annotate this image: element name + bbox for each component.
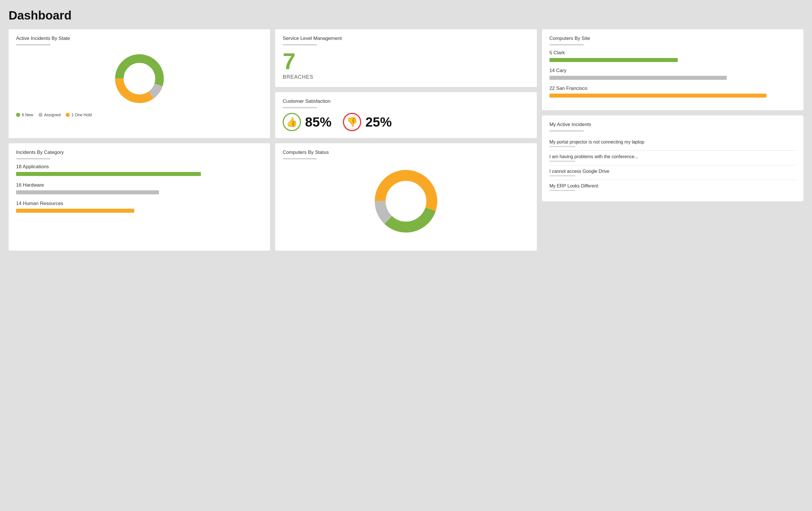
page-title: Dashboard — [9, 9, 803, 22]
legend-assigned: Assigned — [38, 113, 61, 117]
my-active-incidents-card: My Active Incidents My portal projector … — [542, 115, 803, 201]
site-cary-label: 14 Cary — [549, 68, 796, 74]
csat-row: 👍 85% 👎 25% — [283, 113, 529, 131]
site-sf-label: 22 San Francisco — [549, 86, 796, 91]
computers-by-site-underline — [549, 44, 584, 45]
active-incidents-title: Active Incidents By State — [16, 36, 263, 41]
incidents-list: My portal projector is not connecting my… — [549, 136, 796, 194]
site-sf: 22 San Francisco — [549, 86, 796, 97]
incident-3[interactable]: My ERP Looks Different — [549, 180, 796, 194]
computers-by-status-underline — [283, 158, 317, 159]
active-incidents-donut — [16, 50, 263, 107]
computers-by-status-donut — [283, 164, 529, 238]
slm-underline — [283, 44, 317, 45]
incident-1[interactable]: I am having problems with the conference… — [549, 151, 796, 165]
csat-thumbdown-pct: 25% — [365, 114, 392, 130]
csat-title: Customer Satisfaction — [283, 98, 529, 104]
thumbdown-icon: 👎 — [343, 113, 361, 131]
site-cary-bar — [549, 76, 727, 80]
slm-label: BREACHES — [283, 74, 529, 80]
csat-card: Customer Satisfaction 👍 85% 👎 25% — [275, 92, 536, 138]
incident-2[interactable]: I cannot access Google Drive — [549, 165, 796, 180]
right-col: Computers By Site 5 Clark 14 Cary 22 San… — [542, 29, 803, 251]
cat-hardware-bar — [16, 190, 159, 194]
legend-dot-assigned — [38, 113, 42, 117]
cat-hardware-label: 16 Hardware — [16, 182, 263, 188]
site-clark-bar — [549, 58, 678, 62]
slm-title: Service Level Management — [283, 36, 529, 41]
thumbup-icon: 👍 — [283, 113, 301, 131]
cat-hr-label: 14 Human Resources — [16, 201, 263, 206]
computers-by-site-card: Computers By Site 5 Clark 14 Cary 22 San… — [542, 29, 803, 110]
site-clark-label: 5 Clark — [549, 50, 796, 56]
site-list: 5 Clark 14 Cary 22 San Francisco — [549, 50, 796, 97]
csat-underline — [283, 107, 317, 108]
cat-applications: 18 Applications — [16, 164, 263, 176]
cat-applications-label: 18 Applications — [16, 164, 263, 170]
active-incidents-underline — [16, 44, 51, 45]
my-active-incidents-title: My Active Incidents — [549, 122, 796, 127]
csat-thumbup: 👍 85% — [283, 113, 331, 131]
active-incidents-card: Active Incidents By State 6 New Assigned — [9, 29, 270, 138]
computers-by-status-title: Computers By Status — [283, 149, 529, 155]
incident-0[interactable]: My portal projector is not connecting my… — [549, 136, 796, 151]
cat-hardware: 16 Hardware — [16, 182, 263, 194]
legend-new: 6 New — [16, 113, 33, 117]
legend-dot-on-hold — [66, 113, 70, 117]
middle-top-col: Service Level Management 7 BREACHES Cust… — [275, 29, 536, 138]
site-clark: 5 Clark — [549, 50, 796, 62]
computers-by-status-card: Computers By Status — [275, 143, 536, 251]
incidents-by-category-card: Incidents By Category 18 Applications 16… — [9, 143, 270, 251]
csat-thumbup-pct: 85% — [305, 114, 331, 130]
active-incidents-legend: 6 New Assigned 1 One Hold — [16, 113, 263, 117]
incidents-by-category-title: Incidents By Category — [16, 149, 263, 155]
my-active-incidents-underline — [549, 130, 584, 132]
legend-dot-new — [16, 113, 20, 117]
cat-hr-bar — [16, 209, 134, 213]
category-list: 18 Applications 16 Hardware 14 Human Res… — [16, 164, 263, 213]
slm-card: Service Level Management 7 BREACHES — [275, 29, 536, 87]
site-sf-bar — [549, 93, 766, 97]
cat-applications-bar — [16, 172, 201, 176]
legend-on-hold: 1 One Hold — [66, 113, 92, 117]
csat-thumbdown: 👎 25% — [343, 113, 392, 131]
slm-number: 7 — [283, 50, 529, 73]
site-cary: 14 Cary — [549, 68, 796, 80]
incidents-by-category-underline — [16, 158, 51, 159]
computers-by-site-title: Computers By Site — [549, 36, 796, 41]
cat-hr: 14 Human Resources — [16, 201, 263, 213]
